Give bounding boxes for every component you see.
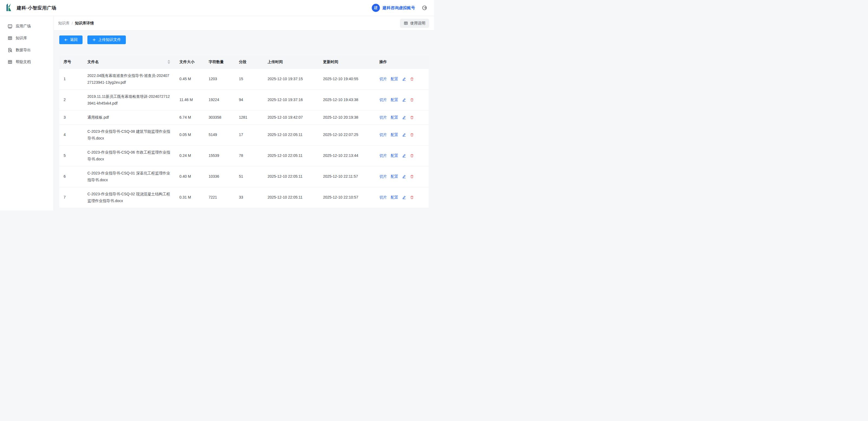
edit-icon[interactable] (402, 115, 406, 119)
cell-segments: 51 (235, 166, 263, 187)
cell-index: 7 (59, 187, 83, 208)
cell-actions: 切片 配置 (375, 187, 429, 208)
cell-uploaded: 2025-12-10 19:37:15 (263, 68, 319, 89)
table-row: 1 2022.04既有幕墙巡查作业指导书-巡查员-20240727123941-… (59, 68, 429, 89)
cell-segments: 1281 (235, 110, 263, 124)
avatar[interactable]: 建 (372, 4, 380, 12)
delete-icon[interactable] (410, 153, 414, 158)
slice-link[interactable]: 切片 (379, 96, 387, 103)
edit-icon[interactable] (402, 77, 406, 81)
slice-link[interactable]: 切片 (379, 76, 387, 82)
slice-link[interactable]: 切片 (379, 152, 387, 159)
delete-icon[interactable] (410, 98, 414, 102)
column-header-filename: 文件名 (83, 56, 175, 68)
cell-chars: 19224 (204, 89, 235, 110)
cell-uploaded: 2025-12-10 22:05:11 (263, 124, 319, 145)
username[interactable]: 建科咨询虚拟账号 (382, 5, 415, 10)
cell-index: 2 (59, 89, 83, 110)
main-area: 应用广场 知识库 (0, 16, 434, 210)
cell-actions: 切片 配置 (375, 89, 429, 110)
cell-index: 3 (59, 110, 83, 124)
delete-icon[interactable] (410, 77, 414, 81)
cell-size: 11.46 M (175, 89, 204, 110)
cell-filename: C-2023-作业指导书-CSQ-01 深基坑工程监理作业指导书.docx (83, 166, 175, 187)
cell-actions: 切片 配置 (375, 68, 429, 89)
config-link[interactable]: 配置 (391, 173, 398, 180)
edit-icon[interactable] (402, 98, 406, 102)
cell-uploaded: 2025-12-10 22:05:11 (263, 166, 319, 187)
cell-updated: 2025-12-10 22:11:57 (319, 166, 375, 187)
column-header-uploaded: 上传时间 (263, 56, 319, 68)
sidebar: 应用广场 知识库 (0, 16, 54, 210)
sort-toggle-icon[interactable] (167, 60, 171, 64)
cell-updated: 2025-12-10 22:07:25 (319, 124, 375, 145)
config-link[interactable]: 配置 (391, 131, 398, 138)
app-title: 建科·小智应用广场 (17, 5, 56, 11)
cell-actions: 切片 配置 (375, 145, 429, 166)
table-row: 3 通用模板.pdf 6.74 M 303358 1281 2025-12-10… (59, 110, 429, 124)
table-row: 5 C-2023-作业指导书-CSQ-06 市政工程监理作业指导书.docx 0… (59, 145, 429, 166)
cell-segments: 78 (235, 145, 263, 166)
config-link[interactable]: 配置 (391, 194, 398, 201)
cell-segments: 33 (235, 187, 263, 208)
column-header-segments: 分段 (235, 56, 263, 68)
edit-icon[interactable] (402, 195, 406, 199)
cell-index: 4 (59, 124, 83, 145)
sidebar-item-help-docs[interactable]: 帮助文档 (0, 56, 54, 68)
delete-icon[interactable] (410, 195, 414, 199)
cell-updated: 2025-12-10 20:19:38 (319, 110, 375, 124)
account-area[interactable]: 建 建科咨询虚拟账号 (372, 4, 428, 12)
sidebar-item-label: 应用广场 (16, 24, 31, 29)
upload-button-label: 上传知识文件 (98, 37, 121, 42)
slice-link[interactable]: 切片 (379, 114, 387, 121)
usage-instructions-label: 使用说明 (410, 21, 425, 26)
data-export-icon (7, 48, 12, 53)
back-button-label: 返回 (70, 37, 78, 42)
slice-link[interactable]: 切片 (379, 194, 387, 201)
knowledge-base-icon (7, 36, 12, 40)
slice-link[interactable]: 切片 (379, 131, 387, 138)
breadcrumb-parent[interactable]: 知识库 (58, 21, 69, 26)
caret-up-icon (167, 60, 170, 61)
table-row: 7 C-2023-作业指导书-CSQ-02 现浇混凝土结构工程监理作业指导书.d… (59, 187, 429, 208)
config-link[interactable]: 配置 (391, 96, 398, 103)
cell-size: 6.74 M (175, 110, 204, 124)
breadcrumb: 知识库 / 知识库详情 (58, 21, 94, 26)
column-header-chars: 字符数量 (204, 56, 235, 68)
sidebar-item-label: 帮助文档 (16, 60, 31, 64)
cell-filename: C-2023-作业指导书-CSQ-02 现浇混凝土结构工程监理作业指导书.doc… (83, 187, 175, 208)
cell-actions: 切片 配置 (375, 166, 429, 187)
logout-icon[interactable] (422, 5, 428, 11)
cell-size: 0.05 M (175, 124, 204, 145)
cell-index: 1 (59, 68, 83, 89)
edit-icon[interactable] (402, 153, 406, 158)
cell-size: 0.40 M (175, 166, 204, 187)
cell-updated: 2025-12-10 19:43:38 (319, 89, 375, 110)
sidebar-item-knowledge-base[interactable]: 知识库 (0, 32, 54, 44)
config-link[interactable]: 配置 (391, 114, 398, 121)
delete-icon[interactable] (410, 133, 414, 137)
cell-uploaded: 2025-12-10 19:37:16 (263, 89, 319, 110)
cell-actions: 切片 配置 (375, 110, 429, 124)
delete-icon[interactable] (410, 115, 414, 119)
cell-filename: 2022.04既有幕墙巡查作业指导书-巡查员-20240727123941-13… (83, 68, 175, 89)
config-link[interactable]: 配置 (391, 76, 398, 82)
cell-filename: 通用模板.pdf (83, 110, 175, 124)
usage-instructions-button[interactable]: 使用说明 (400, 19, 429, 28)
cell-uploaded: 2025-12-10 22:05:11 (263, 145, 319, 166)
edit-icon[interactable] (402, 174, 406, 178)
upload-knowledge-file-button[interactable]: 上传知识文件 (87, 35, 126, 44)
edit-icon[interactable] (402, 133, 406, 137)
sidebar-item-data-export[interactable]: 数据导出 (0, 44, 54, 56)
delete-icon[interactable] (410, 174, 414, 178)
back-button[interactable]: 返回 (59, 35, 83, 44)
slice-link[interactable]: 切片 (379, 173, 387, 180)
cell-chars: 5149 (204, 124, 235, 145)
sidebar-item-app-plaza[interactable]: 应用广场 (0, 20, 54, 32)
column-header-size: 文件大小 (175, 56, 204, 68)
config-link[interactable]: 配置 (391, 152, 398, 159)
cell-uploaded: 2025-12-10 22:05:11 (263, 187, 319, 208)
cell-filename: 2019.11.11新员工既有幕墙检查培训-20240727123941-kh4… (83, 89, 175, 110)
book-icon (404, 21, 408, 25)
cell-chars: 1203 (204, 68, 235, 89)
